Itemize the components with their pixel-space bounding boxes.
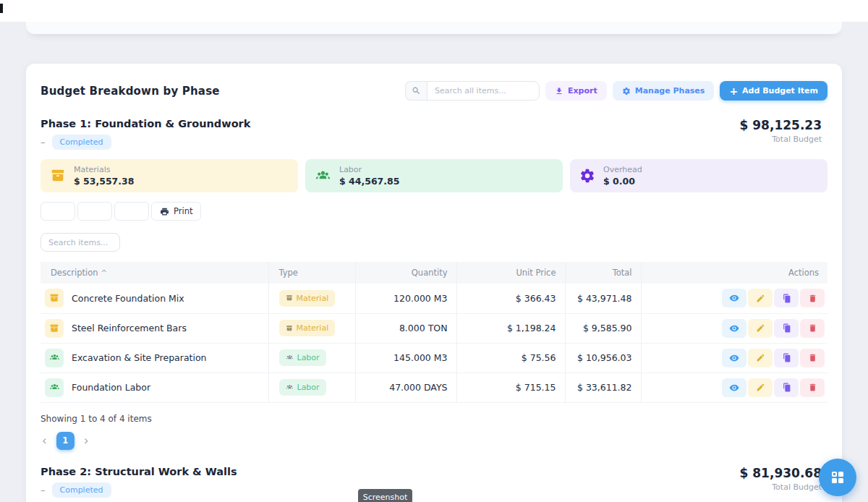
view-button[interactable]: [722, 319, 746, 338]
trash-icon: [808, 353, 817, 362]
summary-cards: Materials $ 53,557.38 Labor $ 44,567.85 …: [41, 159, 827, 192]
export-option-button-3[interactable]: [114, 202, 149, 221]
search-input[interactable]: [427, 81, 540, 101]
eye-icon: [729, 353, 739, 363]
view-button[interactable]: [722, 349, 746, 367]
edit-button[interactable]: [748, 319, 773, 338]
copy-button[interactable]: [774, 289, 799, 307]
copy-icon: [782, 323, 791, 333]
item-description: Steel Reinforcement Bars: [72, 323, 187, 333]
column-header-type[interactable]: Type: [268, 262, 355, 284]
page-title: Budget Breakdown by Phase: [41, 85, 220, 98]
export-option-button-1[interactable]: [41, 202, 75, 221]
items-search-input[interactable]: [41, 233, 120, 252]
column-header-total[interactable]: Total: [565, 262, 641, 284]
phase2-header: Phase 2: Structural Work & Walls – Compl…: [41, 466, 827, 498]
labor-card: Labor $ 44,567.85: [305, 159, 563, 192]
sort-asc-icon: ^: [101, 269, 107, 277]
top-white-bar: [0, 0, 868, 22]
edit-icon: [756, 383, 765, 392]
screenshot-tooltip: Screenshot: [358, 489, 412, 502]
phase2-title: Phase 2: Structural Work & Walls: [41, 466, 237, 477]
view-button[interactable]: [722, 378, 746, 397]
collapse-toggle[interactable]: –: [41, 485, 46, 495]
item-unit-price: $ 75.56: [456, 343, 565, 373]
edit-button[interactable]: [748, 349, 773, 367]
corner-mark: [0, 4, 3, 13]
collapse-toggle[interactable]: –: [41, 137, 46, 147]
export-buttons-row: Print: [41, 202, 827, 221]
view-button[interactable]: [722, 289, 746, 307]
eye-icon: [729, 323, 739, 333]
column-header-quantity[interactable]: Quantity: [355, 262, 456, 284]
total-amount: $ 98,125.23: [740, 118, 822, 132]
search-icon: [405, 81, 427, 101]
item-unit-price: $ 1,198.24: [456, 313, 565, 343]
delete-button[interactable]: [800, 378, 825, 397]
phase1-title: Phase 1: Foundation & Groundwork: [41, 118, 250, 129]
box-icon: [45, 319, 64, 338]
overhead-card: Overhead $ 0.00: [570, 159, 827, 192]
phase1-header: Phase 1: Foundation & Groundwork – Compl…: [41, 118, 827, 150]
prev-page-button[interactable]: ‹: [41, 435, 48, 447]
gear-icon: [579, 168, 595, 184]
item-quantity: 47.000 DAYS: [355, 373, 456, 402]
print-button[interactable]: Print: [151, 202, 201, 221]
copy-button[interactable]: [774, 319, 799, 338]
card-value: $ 53,557.38: [74, 176, 134, 187]
copy-button[interactable]: [774, 349, 799, 367]
people-icon: [45, 378, 64, 397]
export-button[interactable]: Export: [545, 81, 607, 101]
type-badge: Labor: [279, 379, 326, 396]
edit-button[interactable]: [748, 289, 773, 307]
people-icon: [45, 349, 64, 367]
delete-button[interactable]: [800, 319, 825, 338]
edit-button[interactable]: [748, 378, 773, 397]
edit-icon: [756, 353, 765, 362]
manage-phases-button[interactable]: Manage Phases: [613, 81, 715, 101]
card-label: Overhead: [603, 165, 642, 174]
people-icon: [315, 168, 331, 184]
total-label: Total Budget: [740, 482, 822, 492]
trash-icon: [808, 294, 817, 303]
column-header-description[interactable]: Description^: [41, 262, 268, 284]
pagination: ‹ 1 ›: [41, 432, 827, 450]
table-row: Excavation & Site Preparation Labor 145.…: [41, 343, 827, 373]
copy-button[interactable]: [774, 378, 799, 397]
budget-items-table: Description^ Type Quantity Unit Price To…: [41, 262, 827, 403]
item-quantity: 120.000 M3: [355, 284, 456, 313]
item-total: $ 9,585.90: [565, 313, 641, 343]
delete-button[interactable]: [800, 349, 825, 367]
edit-icon: [756, 323, 765, 333]
copy-icon: [782, 353, 791, 362]
add-budget-item-button[interactable]: + Add Budget Item: [720, 81, 827, 101]
delete-button[interactable]: [800, 289, 825, 307]
toolbar: Export Manage Phases + Add Budget Item: [405, 81, 827, 101]
widgets-fab-button[interactable]: [819, 459, 856, 496]
trash-icon: [808, 383, 817, 392]
plus-icon: +: [729, 86, 738, 96]
item-quantity: 145.000 M3: [355, 343, 456, 373]
type-badge: Material: [279, 290, 336, 307]
column-header-unit-price[interactable]: Unit Price: [456, 262, 565, 284]
copy-icon: [782, 383, 791, 392]
item-total: $ 33,611.82: [565, 373, 641, 402]
gear-icon: [622, 87, 631, 95]
item-total: $ 10,956.03: [565, 343, 641, 373]
export-option-button-2[interactable]: [77, 202, 112, 221]
previous-card-tail: [26, 22, 842, 34]
next-page-button[interactable]: ›: [82, 435, 90, 447]
grid-icon: [832, 472, 843, 483]
table-header-row: Description^ Type Quantity Unit Price To…: [41, 262, 827, 284]
card-value: $ 0.00: [603, 176, 642, 187]
edit-icon: [756, 294, 765, 303]
item-unit-price: $ 715.15: [456, 373, 565, 402]
item-unit-price: $ 366.43: [456, 284, 565, 313]
total-label: Total Budget: [740, 135, 822, 144]
page-1-button[interactable]: 1: [56, 432, 75, 450]
global-search: [405, 81, 540, 101]
showing-text: Showing 1 to 4 of 4 items: [41, 414, 827, 424]
box-icon: [50, 168, 66, 184]
status-badge: Completed: [52, 482, 111, 498]
trash-icon: [808, 323, 817, 333]
